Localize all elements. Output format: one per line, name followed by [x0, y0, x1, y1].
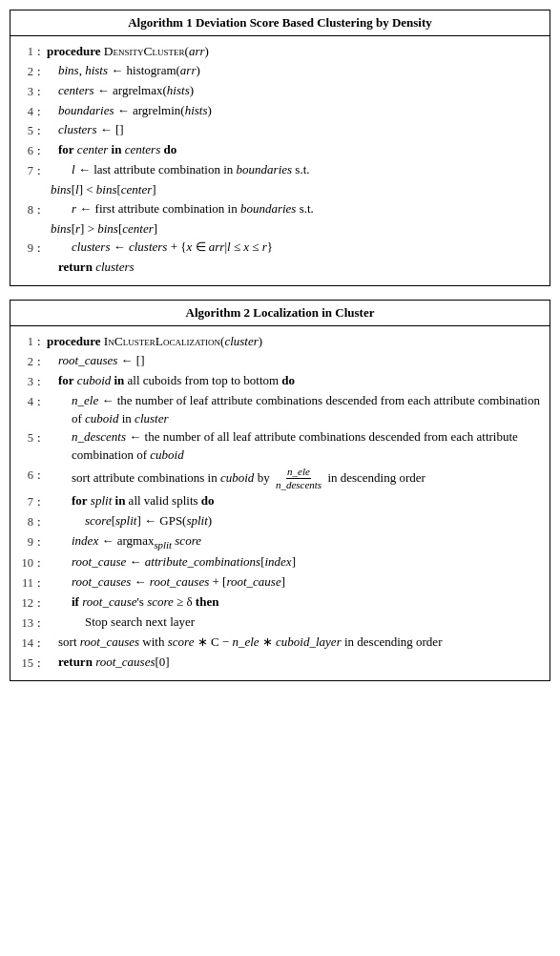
line-content: Stop search next layer [45, 613, 544, 632]
line-colon [37, 181, 45, 182]
line-colon: : [37, 593, 45, 613]
line-colon: : [37, 332, 45, 351]
algorithm1-body: 1 : procedure DensityCluster(arr) 2 : bi… [10, 36, 550, 285]
algorithm1-box: Algorithm 1 Deviation Score Based Cluste… [10, 10, 550, 286]
fraction-n_ele-n_descents: n_ele n_descents [275, 466, 322, 491]
line-number: 5 [16, 428, 37, 447]
algo2-line14: 14 : sort root_causes with score ∗ C − n… [16, 634, 544, 653]
line-colon: : [37, 141, 45, 160]
line-number: 13 [16, 613, 37, 632]
algo2-line9: 9 : index ← argmaxsplit score [16, 532, 544, 552]
algo1-line3: 3 : centers ← argrelmax(hists) [16, 82, 544, 101]
algorithm2-header: Algorithm 2 Localization in Cluster [10, 301, 550, 326]
line-colon: : [37, 492, 45, 511]
line-content: sort root_causes with score ∗ C − n_ele … [45, 634, 544, 652]
line-number: 3 [16, 372, 37, 390]
line-content: procedure DensityCluster(arr) [45, 42, 544, 61]
line-colon: : [37, 634, 45, 653]
line-number: 1 [16, 42, 37, 60]
line-number: 5 [16, 121, 37, 139]
line-colon: : [37, 82, 45, 101]
line-colon: : [37, 654, 45, 673]
line-number: 3 [16, 82, 37, 100]
algo1-line7-cont: bins[l] < bins[center] [16, 181, 544, 199]
line-content: clusters ← clusters + {x ∈ arr|l ≤ x ≤ r… [45, 239, 544, 257]
line-number: 2 [16, 62, 37, 80]
line-number: 6 [16, 141, 37, 159]
algo2-num: Algorithm 2 [186, 305, 251, 320]
line-number [16, 181, 37, 182]
algo1-line8-cont: bins[r] > bins[center] [16, 220, 544, 239]
line-colon: : [37, 200, 45, 219]
algo1-return: return clusters [16, 259, 544, 277]
line-number: 15 [16, 654, 37, 672]
line-colon: : [37, 428, 45, 447]
line-number: 2 [16, 352, 37, 370]
line-number: 1 [16, 332, 37, 350]
line-colon [37, 220, 45, 221]
algo2-line7: 7 : for split in all valid splits do [16, 492, 544, 511]
line-content: centers ← argrelmax(hists) [45, 82, 544, 100]
algo2-line1: 1 : procedure InClusterLocalization(clus… [16, 332, 544, 351]
algo2-line2: 2 : root_causes ← [] [16, 352, 544, 371]
line-number [16, 259, 37, 260]
algo2-line8: 8 : score[split] ← GPS(split) [16, 512, 544, 531]
line-content: for center in centers do [45, 141, 544, 159]
algo1-line7: 7 : l ← last attribute combination in bo… [16, 161, 544, 180]
line-colon: : [37, 372, 45, 391]
algo2-line4: 4 : n_ele ← the number of leaf attribute… [16, 392, 544, 428]
line-content: root_cause ← attribute_combinations[inde… [45, 553, 544, 572]
line-content: return root_causes[0] [45, 654, 544, 672]
line-content: l ← last attribute combination in bounda… [45, 161, 544, 179]
line-content: n_descents ← the number of all leaf attr… [45, 428, 544, 465]
line-colon: : [37, 613, 45, 633]
line-content: for cuboid in all cuboids from top to bo… [45, 372, 544, 390]
line-number: 9 [16, 532, 37, 551]
line-colon: : [37, 102, 45, 121]
line-colon [37, 259, 45, 260]
line-content: sort attribute combinations in cuboid by… [45, 466, 544, 491]
line-colon: : [37, 573, 45, 592]
line-number: 12 [16, 593, 37, 612]
line-colon: : [37, 553, 45, 572]
algo1-line5: 5 : clusters ← [] [16, 121, 544, 140]
algorithm2-box: Algorithm 2 Localization in Cluster 1 : … [10, 300, 550, 681]
line-number: 10 [16, 553, 37, 572]
algo2-line3: 3 : for cuboid in all cuboids from top t… [16, 372, 544, 391]
line-colon: : [37, 392, 45, 411]
line-content: procedure InClusterLocalization(cluster) [45, 332, 544, 351]
algo2-line5: 5 : n_descents ← the number of all leaf … [16, 428, 544, 465]
algo1-line2: 2 : bins, hists ← histogram(arr) [16, 62, 544, 81]
algo1-line4: 4 : boundaries ← argrelmin(hists) [16, 102, 544, 121]
line-content: return clusters [45, 259, 544, 277]
line-content: index ← argmaxsplit score [45, 532, 544, 552]
line-number: 6 [16, 466, 37, 484]
line-number: 8 [16, 512, 37, 530]
algo1-line1: 1 : procedure DensityCluster(arr) [16, 42, 544, 61]
line-colon: : [37, 239, 45, 258]
line-content: if root_cause's score ≥ δ then [45, 593, 544, 612]
line-number: 11 [16, 573, 37, 592]
algo2-line15: 15 : return root_causes[0] [16, 654, 544, 673]
line-colon: : [37, 121, 45, 140]
algorithm1-header: Algorithm 1 Deviation Score Based Cluste… [10, 10, 550, 36]
line-number [16, 220, 37, 221]
line-colon: : [37, 42, 45, 61]
line-number: 7 [16, 161, 37, 179]
line-content: bins[r] > bins[center] [45, 220, 544, 239]
algorithm2-body: 1 : procedure InClusterLocalization(clus… [10, 326, 550, 680]
line-content: score[split] ← GPS(split) [45, 512, 544, 530]
line-colon: : [37, 466, 45, 485]
line-number: 4 [16, 392, 37, 410]
algo1-line8: 8 : r ← first attribute combination in b… [16, 200, 544, 219]
line-colon: : [37, 161, 45, 180]
algo2-line11: 11 : root_causes ← root_causes + [root_c… [16, 573, 544, 592]
line-content: root_causes ← root_causes + [root_cause] [45, 573, 544, 592]
line-number: 9 [16, 239, 37, 257]
line-number: 8 [16, 200, 37, 218]
algo1-desc: Deviation Score Based Clustering by Dens… [196, 15, 432, 30]
algo1-line6: 6 : for center in centers do [16, 141, 544, 160]
algo2-desc: Localization in Cluster [253, 305, 374, 320]
line-colon: : [37, 512, 45, 531]
algo2-line12: 12 : if root_cause's score ≥ δ then [16, 593, 544, 613]
